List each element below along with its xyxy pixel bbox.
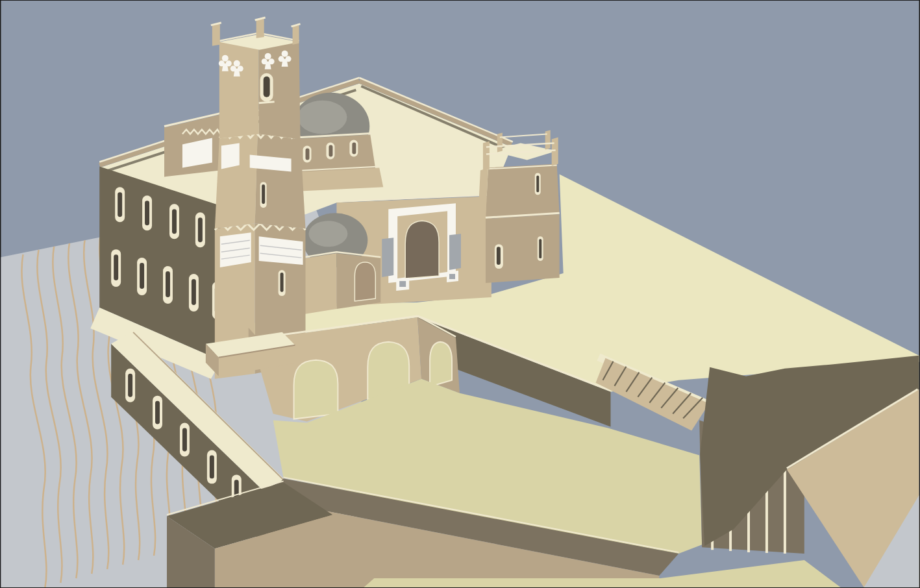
white-panel <box>221 143 240 169</box>
minaret <box>211 18 306 379</box>
minaret-middle <box>215 132 306 229</box>
chamber-arch <box>354 262 375 301</box>
architectural-render: 3D architectural reconstruction model of… <box>1 1 919 587</box>
minaret-window <box>264 77 270 97</box>
entrance-portal <box>382 203 461 291</box>
portal-door <box>405 221 439 278</box>
architectural-render-viewport: 3D architectural reconstruction model of… <box>0 0 920 588</box>
dome-highlight <box>298 101 347 134</box>
